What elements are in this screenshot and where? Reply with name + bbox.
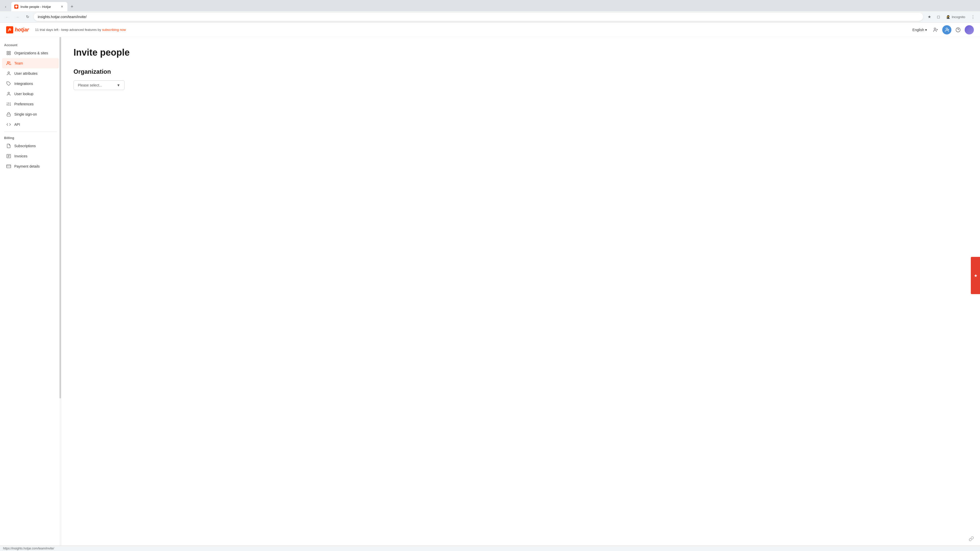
- language-selector[interactable]: English ▾: [910, 27, 929, 33]
- help-button[interactable]: [953, 25, 963, 35]
- sidebar-item-label-single-sign-on: Single sign-on: [14, 112, 37, 116]
- organization-section-title: Organization: [73, 68, 968, 75]
- svg-rect-26: [7, 114, 11, 116]
- svg-point-16: [8, 92, 10, 94]
- app-container: hotjar 11 trial days left - keep advance…: [0, 23, 980, 551]
- forward-button[interactable]: →: [13, 13, 21, 21]
- scroll-track: [59, 37, 61, 551]
- status-url: https://insights.hotjar.com/team/invite/: [3, 547, 54, 550]
- language-dropdown-icon: ▾: [925, 28, 927, 32]
- rate-label: Rate your experience: [967, 261, 970, 290]
- incognito-icon: 🥷: [946, 15, 950, 19]
- svg-rect-10: [9, 51, 11, 52]
- sidebar-item-label-user-attributes: User attributes: [14, 71, 38, 76]
- trial-banner: 11 trial days left - keep advanced featu…: [35, 28, 126, 32]
- sidebar-item-user-lookup[interactable]: User lookup: [2, 89, 59, 99]
- select-placeholder: Please select...: [78, 83, 102, 87]
- sidebar-item-label-user-lookup: User lookup: [14, 92, 33, 96]
- main-area: Account Organizations & sites: [0, 37, 980, 551]
- reload-button[interactable]: ↻: [24, 13, 32, 21]
- sidebar-item-single-sign-on[interactable]: Single sign-on: [2, 109, 59, 119]
- billing-section-label: Billing: [0, 134, 61, 141]
- tab-title: Invite people - Hotjar: [21, 5, 58, 9]
- code-icon: [6, 122, 11, 127]
- main-content: Invite people Organization Please select…: [61, 37, 980, 551]
- language-label: English: [912, 28, 924, 32]
- sidebar-item-label-preferences: Preferences: [14, 102, 33, 106]
- sidebar-item-payment-details[interactable]: Payment details: [2, 161, 59, 171]
- logo-icon: [6, 26, 13, 33]
- sidebar-divider: [4, 132, 57, 132]
- svg-rect-12: [9, 54, 11, 55]
- user-plus-icon: [933, 27, 938, 32]
- active-tab[interactable]: Invite people - Hotjar ✕: [11, 2, 67, 11]
- status-bar: https://insights.hotjar.com/team/invite/: [0, 545, 980, 551]
- person-icon: [6, 71, 11, 76]
- subscribe-link[interactable]: subscribing now: [102, 28, 126, 32]
- svg-point-13: [7, 62, 9, 63]
- rate-experience-widget[interactable]: ★ Rate your experience: [971, 257, 980, 294]
- trial-text: 11 trial days left - keep advanced featu…: [35, 28, 101, 32]
- sidebar-item-api[interactable]: API: [2, 119, 59, 130]
- sidebar-item-label-team: Team: [14, 61, 23, 65]
- sidebar: Account Organizations & sites: [0, 37, 61, 551]
- svg-rect-31: [6, 165, 11, 168]
- user-avatar[interactable]: [965, 25, 974, 35]
- sidebar-item-preferences[interactable]: Preferences: [2, 99, 59, 109]
- sidebar-item-subscriptions[interactable]: Subscriptions: [2, 141, 59, 151]
- sidebar-item-label-invoices: Invoices: [14, 154, 27, 158]
- sidebar-item-integrations[interactable]: Integrations: [2, 79, 59, 89]
- incognito-badge[interactable]: 🥷 Incognito: [943, 14, 968, 20]
- receipt-icon: [6, 143, 11, 148]
- select-dropdown-icon: ▼: [117, 83, 120, 87]
- team-icon: [6, 61, 11, 66]
- tab-favicon: [14, 5, 18, 9]
- menu-button[interactable]: ⋮: [969, 13, 977, 21]
- tab-close-button[interactable]: ✕: [60, 4, 64, 9]
- tab-back-nav[interactable]: ‹: [2, 3, 9, 10]
- sidebar-item-organizations[interactable]: Organizations & sites: [2, 48, 59, 58]
- address-bar[interactable]: [34, 13, 923, 21]
- incognito-label: Incognito: [952, 15, 965, 19]
- user-search-icon: [6, 91, 11, 97]
- toolbar-right: ★ ◻ 🥷 Incognito ⋮: [925, 13, 977, 21]
- svg-point-1: [934, 28, 936, 30]
- sliders-icon: [6, 102, 11, 106]
- rate-icon: ★: [973, 273, 978, 278]
- logo-text: hotjar: [15, 27, 29, 33]
- browser-chrome: ‹ Invite people - Hotjar ✕ + ← → ↻ ★ ◻ 🥷…: [0, 0, 980, 23]
- extensions-button[interactable]: ◻: [934, 13, 942, 21]
- sidebar-item-invoices[interactable]: Invoices: [2, 151, 59, 161]
- back-button[interactable]: ←: [3, 13, 11, 21]
- hotjar-logo[interactable]: hotjar: [6, 26, 29, 33]
- sidebar-item-label-subscriptions: Subscriptions: [14, 144, 36, 148]
- new-user-button[interactable]: [931, 25, 940, 35]
- sidebar-item-label-organizations: Organizations & sites: [14, 51, 48, 55]
- new-tab-button[interactable]: +: [68, 3, 76, 10]
- browser-toolbar: ← → ↻ ★ ◻ 🥷 Incognito ⋮: [0, 11, 980, 22]
- credit-card-icon: [6, 164, 11, 169]
- lock-icon: [6, 112, 11, 117]
- scroll-thumb: [59, 37, 61, 399]
- sidebar-item-user-attributes[interactable]: User attributes: [2, 68, 59, 79]
- svg-rect-9: [7, 51, 8, 52]
- page-title: Invite people: [73, 47, 968, 58]
- copy-link-button[interactable]: [967, 534, 976, 543]
- invite-people-button[interactable]: [942, 25, 951, 35]
- svg-rect-11: [7, 54, 8, 55]
- topbar-right: English ▾: [910, 25, 974, 35]
- window-controls: ‹: [2, 3, 9, 10]
- bookmark-button[interactable]: ★: [925, 13, 933, 21]
- app-topbar: hotjar 11 trial days left - keep advance…: [0, 23, 980, 37]
- sidebar-item-label-integrations: Integrations: [14, 82, 33, 86]
- sidebar-item-team[interactable]: Team: [2, 58, 59, 68]
- puzzle-icon: [6, 81, 11, 86]
- svg-point-14: [8, 72, 10, 73]
- person-add-icon: [944, 27, 950, 32]
- grid-icon: [6, 51, 11, 56]
- account-section-label: Account: [0, 41, 61, 48]
- help-icon: [956, 27, 961, 32]
- link-icon: [969, 536, 974, 541]
- sidebar-item-label-api: API: [14, 122, 20, 127]
- organization-select[interactable]: Please select... ▼: [73, 80, 124, 90]
